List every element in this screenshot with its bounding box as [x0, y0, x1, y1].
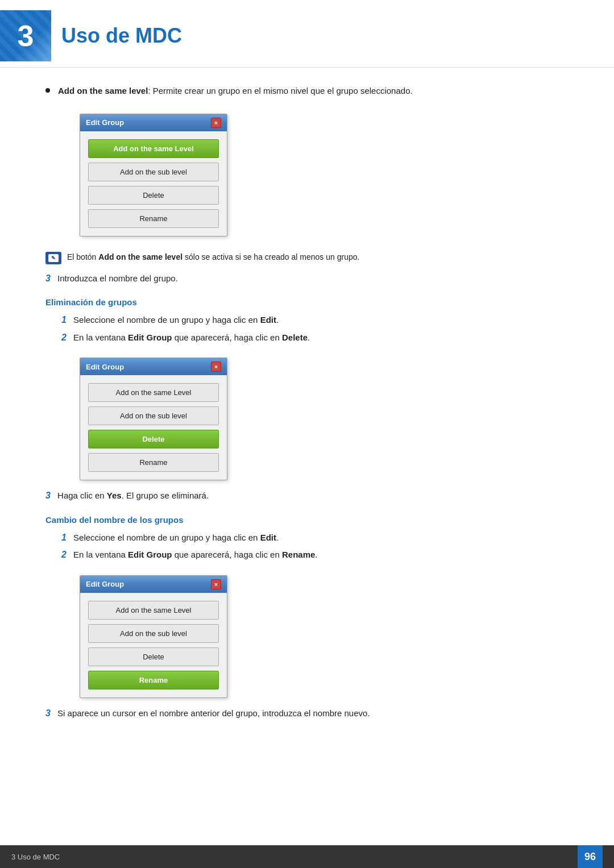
- dialog2-box: Edit Group × Add on the same Level Add o…: [80, 358, 227, 480]
- dialog1-btn-delete[interactable]: Delete: [88, 186, 219, 205]
- dialog3-close-button[interactable]: ×: [211, 579, 221, 589]
- note-icon-inner: ✎: [48, 254, 59, 262]
- chapter-title: Uso de MDC: [61, 24, 182, 48]
- note-icon: ✎: [45, 252, 61, 264]
- dialog2-btn-add-sub-level[interactable]: Add on the sub level: [88, 406, 219, 425]
- section3-step1: 1 Seleccione el nombre de un grupo y hag…: [61, 531, 569, 545]
- dialog2-btn-delete[interactable]: Delete: [88, 430, 219, 448]
- main-content: Add on the same level: Permite crear un …: [0, 85, 614, 770]
- section3-heading: Cambio del nombre de los grupos: [45, 515, 569, 525]
- chapter-badge: 3: [0, 10, 51, 61]
- dialog2-title: Edit Group: [86, 363, 124, 371]
- dialog2-body: Add on the same Level Add on the sub lev…: [80, 375, 227, 480]
- dialog2-container: Edit Group × Add on the same Level Add o…: [80, 358, 227, 480]
- dialog1-container: Edit Group × Add on the same Level Add o…: [80, 114, 227, 236]
- note-text-1: El botón Add on the same level sólo se a…: [67, 251, 359, 263]
- dialog3-box: Edit Group × Add on the same Level Add o…: [80, 575, 227, 698]
- dialog3-container: Edit Group × Add on the same Level Add o…: [80, 575, 227, 698]
- section2-step3: 3 Haga clic en Yes. El grupo se eliminar…: [45, 489, 569, 502]
- note-block-1: ✎ El botón Add on the same level sólo se…: [45, 251, 569, 264]
- bullet-add-same-level: Add on the same level: Permite crear un …: [45, 85, 569, 98]
- section3-steps: 1 Seleccione el nombre de un grupo y hag…: [45, 531, 569, 562]
- section3-step3: 3 Si aparece un cursor en el nombre ante…: [45, 707, 569, 720]
- bullet-colon: : Permite crear un grupo en el mismo niv…: [148, 86, 412, 95]
- step-3-intro: 3 Introduzca el nombre del grupo.: [45, 272, 569, 285]
- dialog1-btn-rename[interactable]: Rename: [88, 209, 219, 228]
- dialog1-body: Add on the same Level Add on the sub lev…: [80, 131, 227, 236]
- section2-heading: Eliminación de grupos: [45, 297, 569, 307]
- chapter-number: 3: [18, 19, 34, 53]
- dialog1-close-button[interactable]: ×: [211, 118, 221, 128]
- dialog2-btn-rename[interactable]: Rename: [88, 453, 219, 472]
- dialog3-title-bar: Edit Group ×: [80, 576, 227, 593]
- section2-step2-text: En la ventana Edit Group que aparecerá, …: [73, 333, 310, 342]
- dialog3-body: Add on the same Level Add on the sub lev…: [80, 593, 227, 697]
- dialog3-btn-delete[interactable]: Delete: [88, 647, 219, 666]
- dialog3-title: Edit Group: [86, 580, 124, 588]
- dialog2-btn-add-same-level[interactable]: Add on the same Level: [88, 383, 219, 402]
- dialog2-close-button[interactable]: ×: [211, 362, 221, 372]
- page-header: 3 Uso de MDC: [0, 0, 614, 68]
- bullet-text: Add on the same level: Permite crear un …: [58, 85, 413, 98]
- dialog3-btn-add-same-level[interactable]: Add on the same Level: [88, 601, 219, 620]
- section2-step3-text: Haga clic en Yes. El grupo se eliminará.: [57, 491, 209, 500]
- bullet-dot: [45, 88, 50, 93]
- section2-step1: 1 Seleccione el nombre de un grupo y hag…: [61, 314, 569, 327]
- dialog1-box: Edit Group × Add on the same Level Add o…: [80, 114, 227, 236]
- dialog1-title-bar: Edit Group ×: [80, 114, 227, 131]
- dialog1-btn-add-same-level[interactable]: Add on the same Level: [88, 139, 219, 158]
- section3-step2: 2 En la ventana Edit Group que aparecerá…: [61, 549, 569, 562]
- bullet-label: Add on the same level: [58, 86, 148, 95]
- dialog1-btn-add-sub-level[interactable]: Add on the sub level: [88, 163, 219, 181]
- section2-step2: 2 En la ventana Edit Group que aparecerá…: [61, 331, 569, 344]
- footer-left-text: 3 Uso de MDC: [11, 853, 60, 861]
- section3-step1-text: Seleccione el nombre de un grupo y haga …: [73, 533, 279, 542]
- section2-step1-text: Seleccione el nombre de un grupo y haga …: [73, 315, 279, 325]
- dialog1-title: Edit Group: [86, 118, 124, 127]
- dialog2-title-bar: Edit Group ×: [80, 358, 227, 375]
- section2-steps: 1 Seleccione el nombre de un grupo y hag…: [45, 314, 569, 344]
- section3-step2-text: En la ventana Edit Group que aparecerá, …: [73, 550, 317, 559]
- page-footer: 3 Uso de MDC 96: [0, 845, 614, 868]
- dialog3-btn-add-sub-level[interactable]: Add on the sub level: [88, 624, 219, 643]
- section1-step3-text: Introduzca el nombre del grupo.: [57, 273, 178, 283]
- section3-step3-text: Si aparece un cursor en el nombre anteri…: [57, 708, 370, 718]
- page-number-badge: 96: [578, 845, 603, 868]
- dialog3-btn-rename[interactable]: Rename: [88, 671, 219, 690]
